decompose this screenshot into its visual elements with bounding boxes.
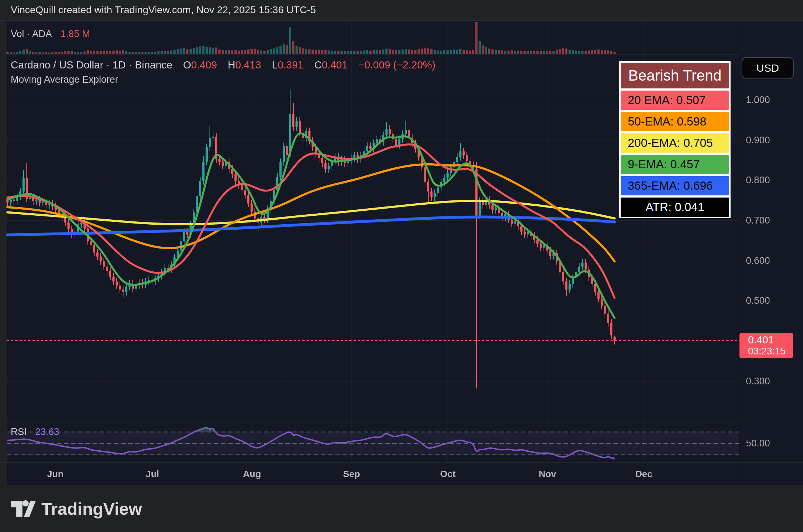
price-axis-label[interactable]: 0.300 — [746, 375, 770, 387]
currency-toggle-button[interactable]: USD — [742, 57, 794, 79]
legend-row-ema20: 20 EMA: 0.507 — [621, 91, 729, 110]
rsi-legend: RSI 23.63 — [11, 426, 59, 438]
price-axis-label[interactable]: 1.000 — [746, 94, 770, 106]
legend-row-ema50: 50-EMA: 0.598 — [621, 112, 729, 131]
rsi-pane-separator — [7, 423, 739, 423]
volume-legend: Vol · ADA 1.85 M — [11, 29, 90, 40]
high-value: 0.413 — [235, 59, 261, 71]
trend-legend-box: Bearish Trend 20 EMA: 0.507 50-EMA: 0.59… — [619, 61, 731, 218]
chart-bottom-border — [0, 485, 803, 485]
high-label: H — [228, 59, 235, 71]
header-separator — [0, 20, 803, 21]
symbol-row[interactable]: Cardano / US Dollar · 1D · Binance O0.40… — [11, 59, 435, 71]
symbol-title[interactable]: Cardano / US Dollar · 1D · Binance — [11, 59, 172, 71]
watermark-title: VinceQuill created with TradingView.com,… — [11, 4, 316, 16]
time-axis-label[interactable]: Sep — [343, 469, 360, 480]
low-value: 0.391 — [278, 59, 304, 71]
rsi-label: RSI — [11, 426, 27, 437]
close-value: 0.401 — [322, 59, 348, 71]
price-axis-label[interactable]: 0.900 — [746, 134, 770, 146]
legend-row-atr: ATR: 0.041 — [621, 198, 729, 217]
price-axis-label[interactable]: 0.500 — [746, 295, 770, 306]
tradingview-logo-icon — [11, 498, 36, 520]
volume-label: Vol · ADA — [11, 29, 51, 39]
trend-legend-title: Bearish Trend — [621, 63, 729, 88]
rsi-value: 23.63 — [35, 426, 60, 437]
price-axis-label[interactable]: 0.600 — [746, 255, 770, 266]
time-axis-label[interactable]: Oct — [440, 469, 455, 480]
price-axis-label[interactable]: 0.700 — [746, 215, 770, 226]
time-axis-label[interactable]: Dec — [635, 469, 652, 480]
tradingview-logo-text: TradingView — [41, 499, 142, 519]
tradingview-chart-page: VinceQuill created with TradingView.com,… — [0, 0, 803, 532]
low-label: L — [272, 59, 278, 71]
open-value: 0.409 — [191, 59, 217, 71]
change-value: −0.009 (−2.20%) — [358, 59, 435, 71]
indicator-title[interactable]: Moving Average Explorer — [11, 74, 118, 85]
price-axis-border — [739, 21, 739, 485]
countdown-timer: 03:23:15 — [748, 346, 793, 357]
close-label: C — [314, 59, 322, 71]
last-price-value: 0.401 — [748, 334, 793, 346]
rsi-axis-label[interactable]: 50.00 — [746, 438, 770, 449]
open-label: O — [183, 59, 191, 71]
last-price-badge: 0.401 03:23:15 — [739, 333, 793, 358]
volume-pane-separator — [7, 54, 739, 55]
price-axis-label[interactable]: 0.800 — [746, 174, 770, 186]
volume-value: 1.85 M — [61, 29, 90, 39]
time-axis-label[interactable]: Aug — [243, 469, 261, 480]
legend-row-ema9: 9-EMA: 0.457 — [621, 155, 729, 174]
time-axis-label[interactable]: Nov — [539, 469, 556, 480]
legend-row-ema200: 200-EMA: 0.705 — [621, 133, 729, 153]
time-axis-separator — [0, 462, 803, 463]
tradingview-logo[interactable]: TradingView — [11, 498, 142, 520]
time-axis-label[interactable]: Jul — [146, 469, 159, 480]
legend-row-ema365: 365-EMA: 0.696 — [621, 176, 729, 195]
time-axis-label[interactable]: Jun — [47, 469, 64, 480]
